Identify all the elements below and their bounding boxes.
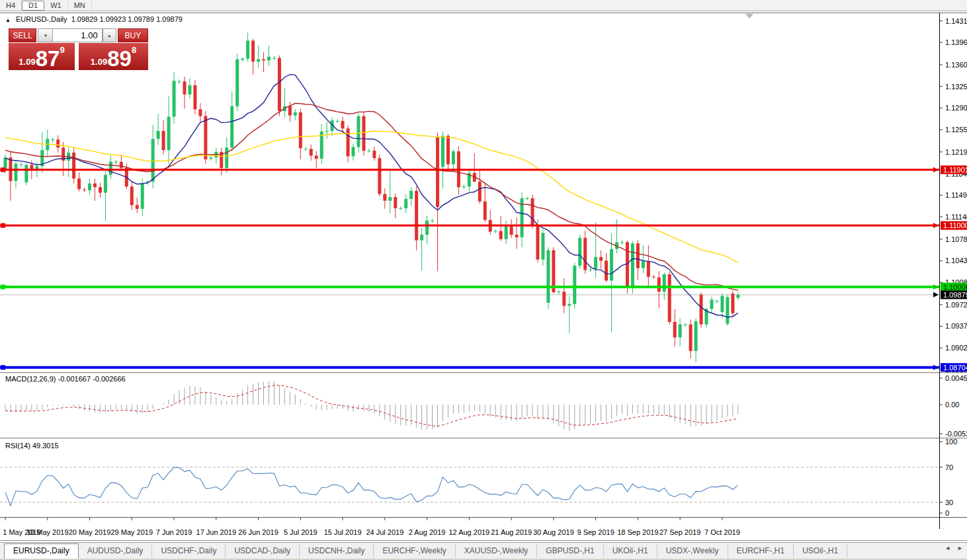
- svg-text:1.11490: 1.11490: [945, 191, 967, 199]
- collapse-panel-icon[interactable]: ▲: [5, 17, 11, 23]
- svg-text:1.12550: 1.12550: [945, 126, 967, 134]
- svg-text:1.09879: 1.09879: [943, 291, 967, 299]
- chart-tab-xauusd-weekly[interactable]: XAUUSD-,Weekly: [456, 544, 537, 558]
- tab-scroll-right-icon[interactable]: ►: [957, 545, 963, 551]
- svg-text:1.10430: 1.10430: [945, 257, 967, 264]
- chart-tab-bar: EURUSD-,DailyAUDUSD-,DailyUSDCHF-,DailyU…: [0, 542, 967, 559]
- buy-price-sup: 8: [132, 45, 136, 55]
- chart-tab-gbpusd-h1[interactable]: GBPUSD-,H1: [537, 544, 603, 558]
- svg-text:15 Jul 2019: 15 Jul 2019: [324, 528, 362, 536]
- svg-text:7 Jun 2019: 7 Jun 2019: [156, 528, 192, 536]
- svg-text:1.08704: 1.08704: [943, 364, 967, 372]
- svg-text:5 Jul 2019: 5 Jul 2019: [284, 528, 317, 536]
- svg-text:0: 0: [945, 509, 949, 517]
- tab-scroll-buttons: ◄ ►: [945, 545, 963, 551]
- svg-text:9 Sep 2019: 9 Sep 2019: [577, 528, 614, 536]
- svg-text:1.11140: 1.11140: [945, 213, 967, 221]
- chart-tab-usdcnh-daily[interactable]: USDCNH-,Daily: [300, 544, 374, 558]
- sell-price-button[interactable]: 1.09 87 9: [9, 43, 75, 70]
- volume-increase-icon[interactable]: ▲: [103, 28, 116, 42]
- svg-text:24 Jul 2019: 24 Jul 2019: [366, 528, 403, 536]
- svg-text:30: 30: [945, 499, 953, 506]
- svg-text:1.13250: 1.13250: [945, 83, 967, 91]
- chart-tab-usdchf-daily[interactable]: USDCHF-,Daily: [152, 544, 226, 558]
- sell-price-prefix: 1.09: [19, 57, 35, 67]
- chart-tab-usdx-weekly[interactable]: USDX-,Weekly: [657, 544, 728, 558]
- macd-indicator-label: MACD(12,26,9) -0.001667 -0.002666: [5, 375, 126, 383]
- svg-text:1.09370: 1.09370: [945, 322, 967, 330]
- buy-price-button[interactable]: 1.09 89 8: [79, 43, 148, 70]
- timeframe-button-w1[interactable]: W1: [44, 1, 68, 10]
- timeframe-toolbar: H4D1W1MN: [0, 0, 967, 11]
- volume-decrease-icon[interactable]: ▼: [38, 28, 53, 42]
- chart-tab-eurusd-daily[interactable]: EURUSD-,Daily: [4, 543, 79, 559]
- svg-text:0.004536: 0.004536: [945, 374, 967, 382]
- chart-tab-audusd-daily[interactable]: AUDUSD-,Daily: [79, 544, 153, 558]
- svg-text:18 Sep 2019: 18 Sep 2019: [617, 528, 658, 536]
- svg-text:1.12900: 1.12900: [945, 104, 967, 112]
- svg-text:1.09020: 1.09020: [945, 344, 967, 352]
- rsi-indicator-label: RSI(14) 49.3015: [5, 442, 59, 450]
- svg-text:21 Aug 2019: 21 Aug 2019: [491, 528, 532, 536]
- svg-text:1.13960: 1.13960: [945, 38, 967, 46]
- svg-text:7 Oct 2019: 7 Oct 2019: [704, 528, 740, 536]
- svg-text:10 May 2019: 10 May 2019: [26, 528, 69, 536]
- sell-button[interactable]: SELL: [9, 28, 36, 42]
- chart-tab-usoil-h1[interactable]: USOil-,H1: [794, 544, 847, 558]
- buy-price-big: 89: [107, 49, 132, 69]
- sell-price-big: 87: [36, 49, 60, 69]
- svg-text:30 Aug 2019: 30 Aug 2019: [533, 528, 574, 536]
- svg-text:1.11901: 1.11901: [943, 166, 967, 174]
- svg-text:29 May 2019: 29 May 2019: [110, 528, 153, 536]
- volume-input[interactable]: 1.00: [53, 28, 102, 42]
- tab-scroll-left-icon[interactable]: ◄: [945, 545, 950, 551]
- timeframe-button-h4[interactable]: H4: [0, 1, 22, 10]
- one-click-trade-panel: SELL ▼ 1.00 ▲ BUY 1.09 87 9 1.09 89 8: [9, 28, 148, 70]
- chart-tab-eurchf-h1[interactable]: EURCHF-,H1: [728, 544, 794, 558]
- svg-text:100: 100: [945, 438, 957, 446]
- price-chart-canvas[interactable]: 1.143101.139601.136001.132501.129001.125…: [0, 13, 967, 541]
- svg-text:1.10006: 1.10006: [943, 283, 967, 291]
- svg-text:12 Aug 2019: 12 Aug 2019: [448, 528, 489, 536]
- buy-button[interactable]: BUY: [118, 28, 148, 42]
- symbol-name: EURUSD-,Daily: [16, 15, 67, 23]
- chart-ohlc-header: ▲EURUSD-,Daily 1.09829 1.09923 1.09789 1…: [5, 15, 183, 23]
- svg-text:17 Jun 2019: 17 Jun 2019: [196, 528, 237, 536]
- svg-text:1.13600: 1.13600: [945, 61, 967, 69]
- svg-text:1.09720: 1.09720: [945, 301, 967, 309]
- svg-text:27 Sep 2019: 27 Sep 2019: [659, 528, 700, 536]
- svg-text:0.00: 0.00: [945, 401, 959, 409]
- chart-tab-ukoil-h1[interactable]: UKOil-,H1: [604, 544, 657, 558]
- svg-text:1.12190: 1.12190: [945, 148, 967, 156]
- ohlc-values: 1.09829 1.09923 1.09789 1.09879: [71, 15, 183, 23]
- timeframe-button-d1[interactable]: D1: [22, 1, 44, 11]
- chart-tab-eurchf-weekly[interactable]: EURCHF-,Weekly: [374, 544, 455, 558]
- svg-text:2 Aug 2019: 2 Aug 2019: [409, 528, 446, 536]
- svg-text:-0.005205: -0.005205: [945, 430, 967, 438]
- buy-price-prefix: 1.09: [91, 57, 107, 67]
- svg-text:70: 70: [945, 463, 953, 471]
- svg-text:1.14310: 1.14310: [945, 17, 967, 25]
- mt4-window: { "toolbar": { "timeframes": [ {"label":…: [0, 0, 967, 560]
- svg-text:26 Jun 2019: 26 Jun 2019: [238, 528, 278, 536]
- svg-text:1.11000: 1.11000: [943, 221, 967, 229]
- sell-price-sup: 9: [60, 45, 64, 55]
- svg-text:20 May 2019: 20 May 2019: [69, 528, 111, 536]
- chart-tab-usdcad-daily[interactable]: USDCAD-,Daily: [226, 544, 300, 558]
- timeframe-button-mn[interactable]: MN: [68, 1, 92, 10]
- svg-text:1.10780: 1.10780: [945, 235, 967, 243]
